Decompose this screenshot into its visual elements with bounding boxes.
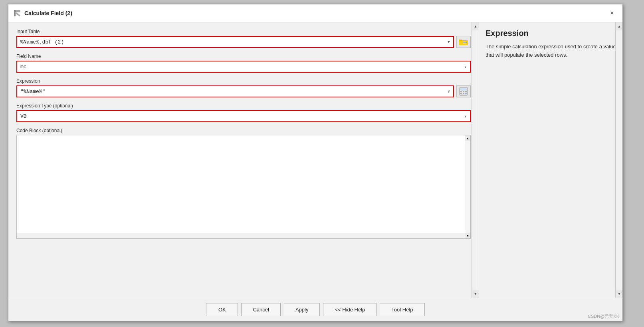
input-table-row: %Name%.dbf (2) ▼ [16, 36, 471, 48]
svg-rect-1 [16, 10, 20, 12]
code-scroll-track [465, 141, 470, 233]
field-name-combo[interactable]: mc ∨ [16, 61, 471, 73]
calculator-icon [459, 87, 468, 96]
svg-rect-16 [463, 93, 464, 94]
svg-rect-12 [460, 91, 462, 92]
input-table-arrow-icon: ▼ [448, 40, 450, 44]
title-bar: Calculate Field (2) × [8, 4, 622, 22]
field-name-group: Field Name mc ∨ [16, 54, 471, 73]
form-scroll-down-button[interactable]: ▼ [472, 290, 479, 298]
browse-folder-button[interactable] [456, 36, 471, 48]
svg-rect-11 [460, 88, 467, 90]
code-block-hscroll [17, 233, 465, 238]
expression-value: "%Name%" [20, 89, 45, 95]
calculate-field-dialog: Calculate Field (2) × Input Table %Name%… [8, 4, 623, 321]
expression-group: Expression "%Name%" ∨ [16, 78, 471, 97]
hide-help-button[interactable]: << Hide Help [323, 303, 376, 316]
expression-row: "%Name%" ∨ [16, 85, 471, 97]
code-scroll-up-button[interactable]: ▲ [465, 135, 470, 141]
help-scroll-down-button[interactable]: ▼ [616, 290, 622, 298]
help-scroll-up-button[interactable]: ▲ [616, 22, 622, 30]
dialog-body: Input Table %Name%.dbf (2) ▼ [8, 22, 622, 298]
code-scroll-down-button[interactable]: ▼ [465, 233, 470, 238]
ok-button[interactable]: OK [206, 303, 238, 316]
expression-type-label: Expression Type (optional) [16, 103, 471, 109]
form-scroll-spacer [472, 30, 479, 290]
expression-arrow-icon: ∨ [448, 89, 450, 94]
code-block-area: ▲ ▼ [16, 135, 471, 239]
input-table-value: %Name%.dbf (2) [20, 39, 64, 45]
form-area: Input Table %Name%.dbf (2) ▼ [8, 22, 479, 298]
field-name-arrow-icon: ∨ [464, 64, 467, 69]
code-block-scrollbar: ▲ ▼ [465, 135, 470, 238]
input-table-combo[interactable]: %Name%.dbf (2) ▼ [16, 36, 454, 48]
field-name-label: Field Name [16, 54, 471, 59]
svg-rect-13 [463, 91, 464, 92]
svg-rect-9 [463, 42, 466, 43]
form-scroll-up-button[interactable]: ▲ [472, 22, 479, 30]
input-table-group: Input Table %Name%.dbf (2) ▼ [16, 29, 471, 48]
title-bar-left: Calculate Field (2) [13, 9, 72, 17]
expression-combo[interactable]: "%Name%" ∨ [16, 85, 454, 97]
expression-type-arrow-icon: ∨ [464, 114, 467, 119]
folder-icon [459, 39, 468, 45]
expression-type-combo[interactable]: VB ∨ [16, 110, 471, 122]
dialog-title: Calculate Field (2) [24, 10, 72, 16]
cancel-button[interactable]: Cancel [241, 303, 280, 316]
watermark: CSDN@元宝KK [588, 313, 619, 319]
expression-type-group: Expression Type (optional) VB ∨ [16, 103, 471, 122]
help-body: The simple calculation expression used t… [485, 43, 616, 59]
close-button[interactable]: × [606, 8, 618, 19]
svg-marker-2 [15, 12, 20, 16]
help-scroll-arrows: ▲ ▼ [615, 22, 622, 298]
calculator-button[interactable] [456, 85, 471, 97]
form-scroll[interactable]: Input Table %Name%.dbf (2) ▼ [8, 22, 479, 298]
svg-rect-15 [460, 93, 462, 94]
tool-help-button[interactable]: Tool Help [380, 303, 424, 316]
code-block-group: Code Block (optional) ▲ ▼ [16, 128, 471, 239]
help-title: Expression [485, 29, 616, 38]
input-table-label: Input Table [16, 29, 471, 34]
code-block-input[interactable] [17, 135, 470, 238]
svg-rect-17 [465, 93, 467, 94]
expression-type-value: VB [20, 113, 27, 119]
svg-rect-6 [459, 40, 462, 41]
form-scroll-arrows: ▲ ▼ [472, 22, 479, 298]
wrench-icon [13, 9, 21, 17]
button-bar: OK Cancel Apply << Hide Help Tool Help [8, 298, 622, 321]
code-block-label: Code Block (optional) [16, 128, 471, 133]
expression-label: Expression [16, 78, 471, 84]
help-panel: Expression The simple calculation expres… [479, 22, 622, 298]
field-name-value: mc [20, 64, 27, 70]
svg-rect-14 [465, 91, 467, 92]
help-scroll-spacer [616, 30, 622, 290]
apply-button[interactable]: Apply [284, 303, 320, 316]
